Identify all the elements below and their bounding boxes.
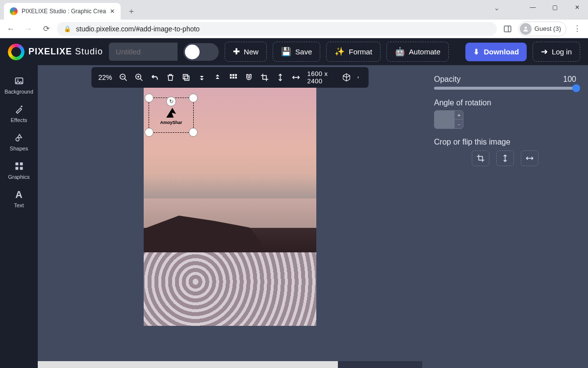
text-icon: A [14, 190, 24, 199]
svg-rect-19 [230, 74, 232, 76]
more-icon[interactable] [358, 73, 361, 82]
sidebar: Background Effects Shapes Graphics A Tex… [0, 65, 38, 368]
zoom-in-icon[interactable] [135, 73, 144, 82]
kebab-menu-icon[interactable]: ⋮ [570, 22, 584, 36]
flip-vertical-button[interactable] [496, 150, 514, 166]
magnet-icon[interactable] [245, 73, 254, 82]
new-button[interactable]: ✚New [225, 42, 267, 62]
wand-icon: ✨ [334, 47, 345, 57]
svg-rect-8 [15, 167, 18, 170]
shapes-icon [14, 133, 24, 143]
tab-title: PIXELIXE Studio : Graphic Crea [22, 8, 106, 15]
download-label: Download [484, 48, 519, 56]
save-label: Save [295, 48, 312, 56]
crop-button[interactable] [472, 150, 489, 166]
send-backward-icon[interactable] [198, 73, 206, 82]
download-button[interactable]: ⬇Download [465, 43, 527, 61]
window-close-icon[interactable]: ✕ [566, 0, 588, 15]
sidebar-item-graphics[interactable]: Graphics [0, 156, 38, 185]
sidebar-label: Shapes [10, 146, 28, 151]
close-tab-icon[interactable]: ✕ [110, 8, 115, 15]
svg-point-4 [17, 79, 19, 81]
address-bar[interactable]: 🔒 studio.pixelixe.com/#add-image-to-phot… [57, 22, 497, 36]
window-controls: — ▢ ✕ [522, 0, 588, 15]
browser-tab[interactable]: PIXELIXE Studio : Graphic Crea ✕ [4, 3, 121, 20]
theme-toggle[interactable] [183, 43, 219, 61]
browser-tab-strip: PIXELIXE Studio : Graphic Crea ✕ ＋ ⌄ — ▢… [0, 0, 588, 20]
nav-reload-icon[interactable]: ⟳ [39, 22, 53, 36]
sidebar-item-shapes[interactable]: Shapes [0, 128, 38, 156]
svg-rect-17 [185, 76, 189, 80]
horizontal-scrollbar[interactable] [38, 361, 422, 368]
sidebar-label: Graphics [8, 174, 29, 180]
new-tab-button[interactable]: ＋ [125, 4, 138, 18]
slider-thumb-icon[interactable] [572, 84, 580, 92]
svg-rect-22 [230, 77, 232, 79]
canvas-stage[interactable]: ↻ AmoyShar [38, 65, 422, 361]
resize-handle-bl[interactable] [145, 128, 153, 137]
save-icon: 💾 [281, 47, 291, 57]
canvas-toolbar: 22% 1600 x 2400 [92, 67, 369, 88]
svg-rect-6 [15, 163, 18, 166]
window-minimize-icon[interactable]: — [522, 0, 544, 15]
zoom-out-icon[interactable] [119, 73, 128, 82]
cube-icon[interactable] [342, 73, 351, 82]
resize-horizontal-icon[interactable] [292, 73, 301, 82]
duplicate-icon[interactable] [182, 73, 191, 82]
angle-input[interactable] [435, 111, 454, 128]
svg-point-2 [524, 26, 527, 29]
browser-nav-bar: ← → ⟳ 🔒 studio.pixelixe.com/#add-image-t… [0, 20, 588, 38]
crop-flip-label: Crop or flip this image [434, 138, 576, 147]
sidebar-item-text[interactable]: A Text [0, 185, 38, 213]
resize-vertical-icon[interactable] [276, 73, 285, 82]
profile-chip[interactable]: Guest (3) [518, 22, 566, 36]
svg-line-11 [125, 78, 127, 81]
login-icon: ➜ [541, 47, 548, 57]
format-button[interactable]: ✨Format [326, 42, 381, 62]
zoom-level: 22% [99, 74, 112, 81]
angle-step-down[interactable]: - [455, 120, 463, 128]
scrollbar-thumb[interactable] [38, 361, 338, 368]
app-logo[interactable]: PIXELIXE Studio [8, 44, 103, 60]
url-text: studio.pixelixe.com/#add-image-to-photo [76, 25, 200, 33]
svg-rect-18 [183, 74, 188, 79]
graphics-icon [14, 161, 24, 171]
logo-caption: AmoyShar [160, 120, 182, 125]
delete-icon[interactable] [166, 73, 175, 82]
angle-stepper[interactable]: + - [434, 110, 463, 129]
logo-ring-icon [8, 44, 25, 60]
login-button[interactable]: ➜Log in [533, 42, 580, 62]
guest-label: Guest (3) [535, 25, 561, 32]
plus-icon: ✚ [233, 47, 240, 57]
nav-back-icon[interactable]: ← [4, 22, 18, 36]
undo-icon[interactable] [151, 73, 159, 82]
opacity-slider[interactable] [434, 87, 576, 90]
automate-button[interactable]: 🤖Automate [386, 42, 449, 62]
document-title-input[interactable] [109, 43, 178, 61]
chevron-down-icon[interactable]: ⌄ [494, 4, 500, 12]
resize-handle-tl[interactable] [145, 94, 153, 102]
crop-icon[interactable] [260, 73, 269, 82]
window-maximize-icon[interactable]: ▢ [544, 0, 566, 15]
flip-horizontal-button[interactable] [521, 150, 538, 166]
login-label: Log in [552, 48, 572, 56]
grid-icon[interactable] [229, 73, 238, 82]
resize-handle-br[interactable] [189, 128, 198, 137]
sidebar-item-background[interactable]: Background [0, 71, 38, 99]
nav-forward-icon[interactable]: → [22, 22, 35, 36]
sidebar-label: Background [4, 89, 33, 95]
selection-box[interactable]: ↻ AmoyShar [149, 98, 194, 133]
lock-icon: 🔒 [64, 25, 71, 32]
resize-handle-tr[interactable] [189, 94, 198, 102]
panel-icon[interactable] [501, 22, 514, 36]
bring-forward-icon[interactable] [213, 73, 222, 82]
svg-rect-25 [358, 76, 358, 78]
opacity-label: Opacity [434, 75, 460, 84]
app-body: Background Effects Shapes Graphics A Tex… [0, 65, 588, 368]
canvas-image[interactable]: ↻ AmoyShar [144, 81, 316, 326]
sidebar-item-effects[interactable]: Effects [0, 99, 38, 128]
save-button[interactable]: 💾Save [273, 42, 320, 62]
angle-step-up[interactable]: + [455, 111, 463, 120]
svg-rect-0 [504, 26, 511, 32]
image-icon [14, 76, 24, 86]
